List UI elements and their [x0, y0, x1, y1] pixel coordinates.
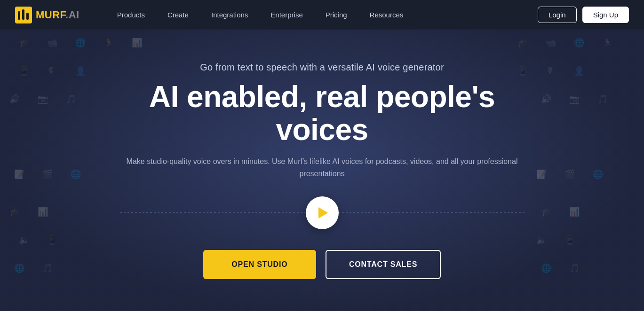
nav-links: Products Create Integrations Enterprise …: [108, 7, 538, 23]
nav-item-create[interactable]: Create: [158, 7, 198, 23]
signup-button[interactable]: Sign Up: [582, 7, 629, 23]
nav-item-products[interactable]: Products: [108, 7, 154, 23]
play-button[interactable]: [306, 196, 339, 229]
nav-item-pricing[interactable]: Pricing: [316, 7, 357, 23]
hero-title: AI enabled, real people's voices: [120, 80, 525, 147]
svg-rect-3: [26, 13, 29, 20]
svg-rect-1: [18, 11, 20, 20]
hero-description: Make studio-quality voice overs in minut…: [120, 156, 525, 179]
hero-section: 🎓 📹 🌐 🏃 📊 🎓 📹 🌐 🏃 📱 🎙 👤 📱 🎙 👤 🔊 📷 🎵 🔊 📷 …: [0, 0, 644, 311]
murf-logo-icon: [15, 7, 32, 23]
open-studio-button[interactable]: OPEN STUDIO: [203, 250, 316, 279]
play-button-container: [120, 196, 525, 229]
hero-subtitle: Go from text to speech with a versatile …: [120, 62, 525, 73]
login-button[interactable]: Login: [538, 7, 577, 23]
hero-content: Go from text to speech with a versatile …: [111, 62, 534, 280]
nav-item-enterprise[interactable]: Enterprise: [261, 7, 312, 23]
navbar: MURF.AI Products Create Integrations Ent…: [0, 0, 644, 30]
svg-rect-2: [22, 9, 24, 20]
play-icon: [318, 207, 328, 218]
cta-buttons: OPEN STUDIO CONTACT SALES: [120, 250, 525, 279]
contact-sales-button[interactable]: CONTACT SALES: [326, 250, 441, 279]
nav-actions: Login Sign Up: [538, 7, 629, 23]
logo-text: MURF.AI: [36, 9, 80, 21]
nav-item-resources[interactable]: Resources: [360, 7, 413, 23]
nav-item-integrations[interactable]: Integrations: [202, 7, 257, 23]
logo[interactable]: MURF.AI: [15, 7, 80, 23]
